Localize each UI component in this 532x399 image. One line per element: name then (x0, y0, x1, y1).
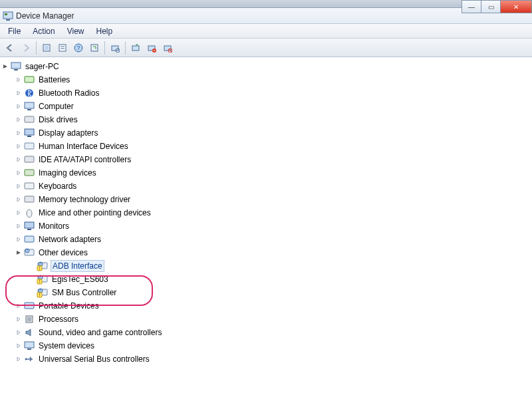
expand-icon[interactable] (15, 302, 23, 310)
category-node[interactable]: Sound, video and game controllers (15, 326, 529, 339)
help-icon[interactable]: ? (71, 41, 86, 55)
expand-icon[interactable] (15, 342, 23, 350)
expand-icon[interactable] (15, 76, 23, 84)
svg-rect-13 (132, 46, 139, 51)
svg-rect-27 (25, 129, 34, 135)
unknown-device-icon: ?! (37, 287, 48, 298)
maximize-button[interactable]: ▭ (481, 0, 501, 13)
expand-icon[interactable] (15, 156, 23, 164)
svg-rect-25 (27, 109, 31, 110)
menu-file[interactable]: File (3, 25, 26, 37)
update-driver-icon[interactable] (128, 41, 143, 55)
expand-icon[interactable] (15, 89, 23, 97)
menu-help[interactable]: Help (91, 25, 118, 37)
svg-rect-5 (59, 45, 66, 51)
forward-icon[interactable] (19, 41, 33, 55)
menu-action[interactable]: Action (27, 25, 60, 37)
expand-icon[interactable] (15, 182, 23, 190)
expand-icon[interactable] (15, 329, 23, 336)
device-category-icon (24, 340, 35, 351)
back-icon[interactable] (3, 41, 17, 55)
device-category-icon (24, 327, 35, 338)
category-node-other-devices[interactable]: ?Other devices (15, 246, 529, 259)
category-node[interactable]: Network adapters (15, 233, 529, 246)
category-node[interactable]: Keyboards (15, 180, 529, 193)
root-node[interactable]: sager-PC (1, 60, 529, 73)
expand-icon[interactable] (15, 209, 23, 217)
expand-icon[interactable] (15, 116, 23, 124)
category-label: Batteries (37, 74, 71, 85)
expand-icon[interactable] (15, 235, 23, 243)
device-category-icon (24, 88, 35, 98)
expand-icon[interactable] (15, 355, 23, 363)
titlebar: Device Manager — ▭ ✕ (0, 8, 532, 24)
collapse-icon[interactable] (15, 249, 23, 257)
svg-rect-30 (25, 156, 34, 162)
category-node[interactable]: Universal Serial Bus controllers (15, 352, 529, 366)
category-node[interactable]: IDE ATA/ATAPI controllers (15, 153, 529, 166)
svg-text:!: ! (39, 293, 41, 297)
collapse-icon[interactable] (1, 63, 9, 70)
scan-hardware-icon[interactable] (108, 41, 122, 55)
category-label: Human Interface Devices (37, 141, 130, 152)
category-node[interactable]: Monitors (15, 219, 529, 233)
category-node[interactable]: Display adapters (15, 126, 529, 140)
close-button[interactable]: ✕ (500, 0, 532, 13)
device-node[interactable]: ?!ADB Interface (28, 259, 529, 273)
device-tree[interactable]: sager-PC BatteriesBluetooth RadiosComput… (0, 57, 532, 399)
disable-icon[interactable] (160, 41, 175, 55)
category-label: IDE ATA/ATAPI controllers (37, 154, 132, 165)
category-label: Network adapters (37, 234, 102, 245)
minimize-button[interactable]: — (462, 0, 481, 13)
device-category-icon (24, 114, 35, 125)
refresh-icon[interactable] (87, 41, 102, 55)
svg-rect-10 (91, 45, 98, 51)
expand-icon[interactable] (15, 142, 23, 150)
properties-icon[interactable] (55, 41, 70, 55)
category-node[interactable]: Processors (15, 313, 529, 326)
show-hidden-icon[interactable] (39, 41, 54, 55)
svg-rect-33 (25, 196, 34, 202)
toolbar: ? (0, 39, 532, 57)
device-category-icon (24, 141, 35, 152)
computer-icon (11, 61, 21, 72)
category-node[interactable]: System devices (15, 339, 529, 352)
device-category-icon (24, 74, 35, 85)
category-node[interactable]: Mice and other pointing devices (15, 206, 529, 219)
category-label: Universal Serial Bus controllers (37, 354, 151, 364)
svg-rect-29 (25, 143, 34, 149)
expand-icon[interactable] (15, 129, 23, 137)
category-label: Sound, video and game controllers (37, 327, 163, 338)
expand-icon[interactable] (15, 315, 23, 323)
svg-point-34 (27, 209, 32, 217)
category-node[interactable]: Bluetooth Radios (15, 86, 529, 100)
category-node[interactable]: Imaging devices (15, 166, 529, 180)
expand-icon[interactable] (15, 196, 23, 203)
svg-rect-32 (25, 183, 34, 189)
device-category-icon (24, 221, 35, 231)
root-label: sager-PC (24, 61, 61, 72)
svg-rect-22 (25, 76, 34, 82)
svg-text:?: ? (27, 249, 29, 253)
category-node[interactable]: Batteries (15, 73, 529, 86)
svg-rect-2 (5, 13, 7, 15)
app-icon (3, 11, 13, 21)
expand-icon[interactable] (15, 102, 23, 110)
category-node[interactable]: Portable Devices (15, 299, 529, 313)
svg-text:?: ? (76, 45, 80, 51)
device-node[interactable]: ?!SM Bus Controller (28, 286, 529, 299)
expand-icon[interactable] (15, 169, 23, 177)
svg-rect-28 (27, 136, 31, 137)
category-node[interactable]: Disk drives (15, 113, 529, 126)
category-label: Portable Devices (37, 301, 100, 311)
device-category-icon (24, 207, 35, 218)
svg-rect-20 (11, 63, 21, 68)
category-node[interactable]: Memory technology driver (15, 193, 529, 206)
category-node[interactable]: Human Interface Devices (15, 140, 529, 153)
category-node[interactable]: Computer (15, 100, 529, 113)
uninstall-icon[interactable] (144, 41, 159, 55)
device-node[interactable]: ?!EgisTec_ES603 (28, 273, 529, 286)
expand-icon[interactable] (15, 222, 23, 230)
svg-rect-60 (27, 348, 31, 350)
menu-view[interactable]: View (62, 25, 90, 37)
